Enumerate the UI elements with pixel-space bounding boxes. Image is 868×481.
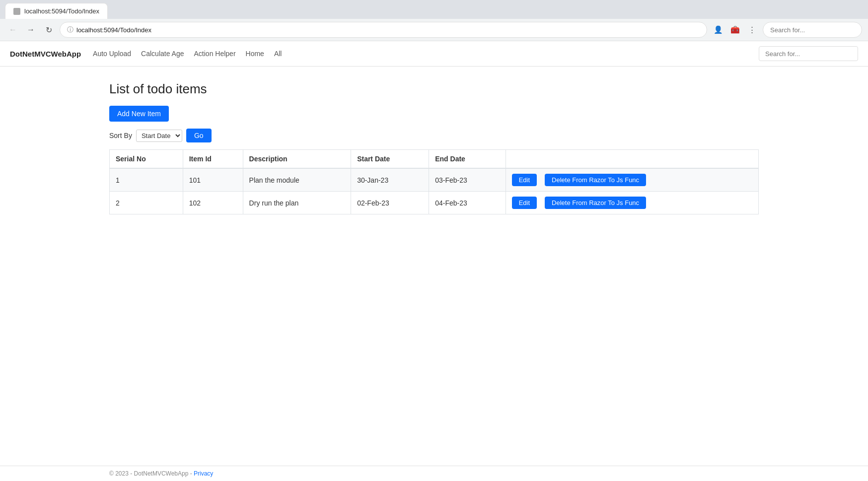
delete-button[interactable]: Delete From Razor To Js Func	[545, 174, 646, 186]
sort-select[interactable]: Start Date End Date Item Id	[136, 130, 182, 142]
browser-icons: 👤 🧰 ⋮	[711, 23, 759, 37]
url-bar[interactable]: ⓘ localhost:5094/Todo/Index	[60, 22, 707, 38]
tab-title: localhost:5094/Todo/Index	[24, 7, 99, 15]
cell-serial: 2	[110, 192, 183, 214]
main-content: List of todo items Add New Item Sort By …	[0, 67, 868, 229]
cell-item-id: 102	[183, 192, 243, 214]
col-serial-no: Serial No	[110, 150, 183, 169]
navbar-brand: DotNetMVCWebApp	[10, 50, 81, 58]
table-header: Serial No Item Id Description Start Date…	[110, 150, 759, 169]
cell-item-id: 101	[183, 168, 243, 192]
url-text: localhost:5094/Todo/Index	[76, 26, 151, 34]
col-end-date: End Date	[429, 150, 506, 169]
action-cell: Edit Delete From Razor To Js Func	[512, 174, 752, 186]
go-button[interactable]: Go	[186, 129, 212, 142]
cell-end-date: 03-Feb-23	[429, 168, 506, 192]
table-row: 1 101 Plan the module 30-Jan-23 03-Feb-2…	[110, 168, 759, 192]
col-actions	[506, 150, 758, 169]
cell-description: Dry run the plan	[243, 192, 351, 214]
tab-bar: localhost:5094/Todo/Index	[0, 0, 868, 19]
active-tab[interactable]: localhost:5094/Todo/Index	[5, 3, 108, 19]
sort-by-label: Sort By	[109, 132, 132, 139]
navbar-links: Auto Upload Calculate Age Action Helper …	[93, 50, 282, 58]
cell-serial: 1	[110, 168, 183, 192]
forward-button[interactable]: →	[24, 23, 38, 37]
table-row: 2 102 Dry run the plan 02-Feb-23 04-Feb-…	[110, 192, 759, 214]
profile-icon[interactable]: 👤	[711, 23, 725, 37]
col-item-id: Item Id	[183, 150, 243, 169]
delete-button[interactable]: Delete From Razor To Js Func	[545, 197, 646, 209]
cell-end-date: 04-Feb-23	[429, 192, 506, 214]
action-cell: Edit Delete From Razor To Js Func	[512, 197, 752, 209]
col-start-date: Start Date	[351, 150, 429, 169]
add-new-item-button[interactable]: Add New Item	[109, 106, 169, 122]
url-info-icon: ⓘ	[67, 25, 73, 34]
table-body: 1 101 Plan the module 30-Jan-23 03-Feb-2…	[110, 168, 759, 214]
col-description: Description	[243, 150, 351, 169]
cell-actions: Edit Delete From Razor To Js Func	[506, 192, 758, 214]
cell-actions: Edit Delete From Razor To Js Func	[506, 168, 758, 192]
edit-button[interactable]: Edit	[512, 197, 537, 209]
tab-favicon	[13, 8, 20, 15]
navbar-search-input[interactable]	[759, 46, 858, 61]
cell-description: Plan the module	[243, 168, 351, 192]
cell-start-date: 02-Feb-23	[351, 192, 429, 214]
nav-link-calculate-age[interactable]: Calculate Age	[141, 50, 184, 58]
extensions-icon[interactable]: 🧰	[728, 23, 742, 37]
edit-button[interactable]: Edit	[512, 174, 537, 186]
nav-link-home[interactable]: Home	[246, 50, 264, 58]
nav-link-auto-upload[interactable]: Auto Upload	[93, 50, 131, 58]
header-row: Serial No Item Id Description Start Date…	[110, 150, 759, 169]
navbar: DotNetMVCWebApp Auto Upload Calculate Ag…	[0, 41, 868, 67]
back-button[interactable]: ←	[6, 23, 20, 37]
browser-chrome: localhost:5094/Todo/Index ← → ↻ ⓘ localh…	[0, 0, 868, 41]
address-bar: ← → ↻ ⓘ localhost:5094/Todo/Index 👤 🧰 ⋮	[0, 19, 868, 41]
reload-button[interactable]: ↻	[42, 23, 56, 37]
menu-icon[interactable]: ⋮	[745, 23, 759, 37]
browser-search-input[interactable]	[763, 22, 862, 38]
nav-link-all[interactable]: All	[274, 50, 282, 58]
sort-bar: Sort By Start Date End Date Item Id Go	[109, 129, 759, 142]
nav-link-action-helper[interactable]: Action Helper	[194, 50, 236, 58]
cell-start-date: 30-Jan-23	[351, 168, 429, 192]
todo-table: Serial No Item Id Description Start Date…	[109, 149, 759, 214]
page-title: List of todo items	[109, 81, 759, 97]
